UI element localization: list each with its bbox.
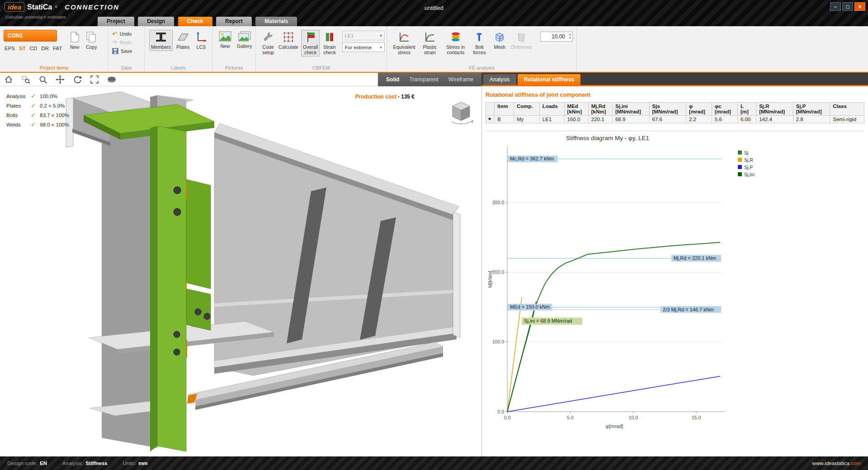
strain-check-button[interactable]: Strain check [321,30,337,56]
table-cell: 6.00 [737,116,756,123]
zoom-window-icon [21,75,30,84]
table-row[interactable]: ▶BMyLE1150.0220.168.967.62.25.66.00142.4… [486,116,864,123]
spinner-arrows-icon[interactable]: ▲ ▼ [569,33,571,40]
tab-check[interactable]: Check [178,17,212,26]
copy-icon [85,31,97,43]
zoom-button[interactable] [36,74,50,85]
table-header: Loads [539,103,564,116]
mode-eps[interactable]: EPS [5,46,15,51]
stiffness-chart-area: Stiffness diagram My - φy, LE1 0.0100.02… [486,135,868,435]
navigation-cube[interactable] [447,97,475,127]
mode-fat[interactable]: FAT [53,46,62,51]
rotate-view-button[interactable] [71,74,84,85]
mode-cd[interactable]: CD [30,46,38,51]
model-column-rear-web[interactable] [102,120,157,448]
stress-in-contacts-button[interactable]: Stress in contacts [443,30,468,56]
undo-button[interactable]: ↶ Undo [112,31,132,37]
save-button[interactable]: Save [112,48,132,54]
stiffness-table: Item Comp. Loads MEd[kNm]Mj,Rd[kNm]Sj,in… [486,102,864,123]
code-setup-button[interactable]: Code setup [260,30,276,56]
project-item-name: CON1 [8,33,23,39]
home-view-button[interactable] [2,74,15,85]
close-button[interactable]: × [854,2,865,11]
stiffness-diagram: 0.0100.0200.0300.00.05.010.015.0Mc,Rd = … [486,141,868,433]
table-header: Sj,P[MNm/rad] [793,103,830,116]
plastic-strain-button[interactable]: Plastic strain [419,30,441,56]
tab-report[interactable]: Report [216,17,252,26]
load-case-select[interactable]: LE1 ▾ [342,31,385,40]
mesh-icon [494,31,505,43]
check-passed-icon: ✓ [31,112,40,118]
row-expander-icon[interactable]: ▶ [486,116,495,123]
calculate-button[interactable]: Calculate [278,30,299,51]
magnifier-icon [38,75,47,84]
mesh-button[interactable]: Mesh [491,30,509,51]
viewport-toolbar: Solid Transparent Wireframe [0,73,481,86]
tab-rotational-stiffness[interactable]: Rotational stiffness [518,74,580,85]
table-cell: 2.2 [686,116,712,123]
undo-icon: ↶ [112,31,118,37]
equivalent-stress-button[interactable]: Equivalent stress [392,30,417,56]
check-results: Analysis ✓ 100.0% Plates ✓ 0.2 < 5.0% Bo… [6,93,69,131]
view-mode-wireframe[interactable]: Wireframe [448,76,473,83]
pan-button[interactable] [53,74,67,85]
view-mode-solid[interactable]: Solid [386,76,399,83]
table-cell: 5.6 [712,116,737,123]
extreme-select[interactable]: For extreme ▾ [342,42,385,52]
fit-view-button[interactable] [88,74,101,85]
svg-text:15.0: 15.0 [692,415,701,420]
check-flag-icon [305,31,316,43]
clipping-plane-button[interactable] [105,74,118,85]
group-label: Data [108,65,144,70]
gallery-button[interactable]: Gallery [235,30,254,50]
zoom-window-button[interactable] [19,74,33,85]
maximize-button[interactable]: □ [842,2,853,11]
tab-analysis[interactable]: Analysis [483,74,516,85]
table-header: Sjs[MNm/rad] [649,103,686,116]
table-header: Item [495,103,514,116]
mode-st[interactable]: ST [19,46,26,51]
product-name: CONNECTION [65,3,119,11]
check-row-bolts: Bolts ✓ 83.7 < 100% [6,112,69,118]
group-label: Pictures [212,65,255,70]
svg-text:0.0: 0.0 [504,415,511,420]
copy-project-item-button[interactable]: Copy [84,30,99,51]
new-project-item-button[interactable]: New [67,30,82,51]
labels-lcs-button[interactable]: LCS [193,30,209,51]
table-cell: 67.6 [649,116,686,123]
redo-icon: ↷ [112,39,118,46]
overall-check-button[interactable]: Overall check [301,30,320,56]
group-project-items: CON1 EPS ST CD DR FAT New Copy Pro [0,26,108,72]
project-item-selector[interactable]: CON1 [4,30,57,42]
tab-project[interactable]: Project [98,17,134,26]
results-panel: Rotational stiffness of joint component … [481,86,868,456]
table-cell: 68.9 [612,116,649,123]
group-label: Project items [0,65,108,70]
mode-dr[interactable]: DR [41,46,49,51]
svg-text:Mj,Rd = 220.1 kNm: Mj,Rd = 220.1 kNm [674,255,716,261]
model-column[interactable] [150,126,186,451]
redo-button[interactable]: ↷ Redo [112,39,132,46]
tab-materials[interactable]: Materials [255,17,297,26]
labels-members-button[interactable]: Members [149,30,173,51]
svg-text:0.0: 0.0 [497,409,504,414]
deformed-scale-input[interactable]: 10.00 ▲ ▼ [540,32,573,42]
bolt-forces-button[interactable]: Bolt forces [470,30,489,56]
svg-text:M[kNm]: M[kNm] [487,271,493,288]
labels-plates-button[interactable]: Plates [175,30,192,51]
picture-new-button[interactable]: New [217,30,233,50]
svg-text:2/3 Mj,Rd = 146.7 kNm: 2/3 Mj,Rd = 146.7 kNm [663,307,714,312]
group-label: FE analysis [387,65,576,70]
dropdown-arrow-icon: ▾ [380,33,382,38]
3d-viewport[interactable]: Analysis ✓ 100.0% Plates ✓ 0.2 < 5.0% Bo… [0,86,481,456]
deformed-button[interactable]: Deformed [510,30,532,51]
tab-design[interactable]: Design [138,17,174,26]
table-header: L[m] [737,103,756,116]
website-link[interactable]: www.ideastatica.com [812,461,868,466]
table-cell: 220.1 [588,116,612,123]
model-fin-plates[interactable] [186,179,211,330]
view-mode-switch: Solid Transparent Wireframe [378,73,481,86]
view-mode-transparent[interactable]: Transparent [409,76,438,83]
minimize-button[interactable]: – [830,2,841,11]
image-icon [219,31,231,42]
